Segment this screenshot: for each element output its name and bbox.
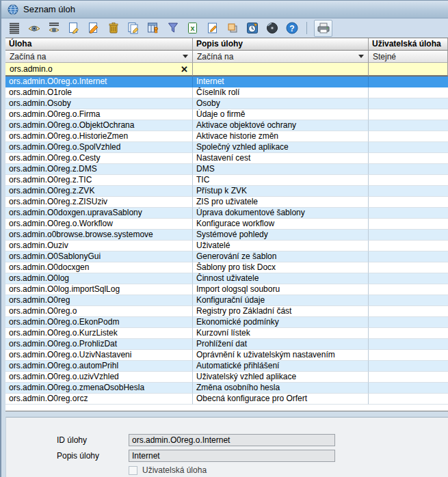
cell-uzivatelska	[369, 175, 448, 186]
cell-uloha: ors.admin.Osoby	[5, 98, 193, 109]
table-row[interactable]: ors.admin.O0reg.o.Firma Údaje o firmě	[5, 109, 448, 120]
table-row[interactable]: ors.admin.O0reg.o.automPrihl Automatické…	[5, 361, 448, 372]
search-input-popis[interactable]	[193, 63, 369, 77]
excel-export-icon[interactable]: x	[185, 21, 200, 36]
cell-uloha: ors.admin.O0reg.o.ProhlizDat	[5, 339, 193, 350]
user-task-checkbox-label: Uživatelská úloha	[142, 465, 207, 475]
grid-search-row: ors.admin.o ✕	[5, 63, 448, 77]
cell-popis: Registry pro Základní část	[193, 306, 369, 317]
table-row[interactable]: ors.admin.O1role Číselník rolí	[5, 87, 448, 98]
cell-uzivatelska	[369, 361, 448, 372]
table-row[interactable]: ors.admin.O0reg.z.TIC TIC	[5, 175, 448, 186]
popis-ulohy-field[interactable]	[129, 450, 335, 462]
table-row[interactable]: ors.admin.O0reg.o.uzivVzhled Uživatelský…	[5, 372, 448, 383]
cell-uzivatelska	[369, 153, 448, 164]
cell-uzivatelska	[369, 87, 448, 98]
toolbar-separator	[306, 22, 307, 34]
cell-uloha: ors.admin.O0doxgen.upravaSablony	[5, 208, 193, 219]
table-row[interactable]: ors.admin.O0reg.o Registry pro Základní …	[5, 306, 448, 317]
cell-uzivatelska	[369, 208, 448, 219]
filter-combo-uzivatelska-value: Stejné	[373, 52, 396, 62]
table-row[interactable]: ors.admin.O0reg Konfigurační údaje	[5, 295, 448, 306]
search-input-uloha[interactable]: ors.admin.o ✕	[5, 63, 193, 77]
cell-uzivatelska	[369, 394, 448, 405]
cell-uloha: ors.admin.O0reg.o.automPrihl	[5, 361, 193, 372]
table-row[interactable]: ors.admin.O0reg.o.Internet Internet	[5, 77, 448, 87]
grid-empty-area	[5, 405, 448, 411]
table-row[interactable]: ors.admin.O0reg.o.HistorieZmen Aktivace …	[5, 131, 448, 142]
table-row[interactable]: ors.admin.O0doxgen.upravaSablony Úprava …	[5, 208, 448, 219]
table-row[interactable]: ors.admin.O0reg.o.ProhlizDat Prohlížení …	[5, 339, 448, 350]
column-header-uloha[interactable]: Úloha	[5, 38, 193, 51]
table-row[interactable]: ors.admin.O0reg.o.EkonPodm Ekonomické po…	[5, 317, 448, 328]
table-row[interactable]: ors.admin.O0reg.z.ZVK Přístup k ZVK	[5, 186, 448, 197]
edit-record-icon[interactable]	[86, 21, 101, 36]
clear-search-icon[interactable]: ✕	[181, 65, 188, 74]
cell-uloha: ors.admin.O0reg.o.Workflow	[5, 219, 193, 230]
user-task-checkbox[interactable]	[129, 466, 137, 475]
help-icon[interactable]: ?	[285, 21, 300, 36]
cell-popis: Prohlížení dat	[193, 339, 369, 350]
table-row[interactable]: ors.admin.O0reg.o.ObjektOchrana Aktivace…	[5, 120, 448, 131]
cell-popis: DMS	[193, 164, 369, 175]
detail-id-row: ID úlohy	[57, 434, 335, 446]
filter-combo-popis[interactable]: Začíná na	[193, 51, 369, 63]
cell-uloha: ors.admin.O0reg.o.ObjektOchrana	[5, 120, 193, 131]
filter-icon[interactable]	[166, 21, 181, 36]
copy-record-icon[interactable]	[126, 21, 141, 36]
cell-uloha: ors.admin.o0browse.browse.systemove	[5, 230, 193, 241]
table-row[interactable]: ors.admin.O0log Činnost uživatele	[5, 273, 448, 284]
cell-popis: Kurzovní lístek	[193, 328, 369, 339]
table-row[interactable]: ors.admin.o0browse.browse.systemove Syst…	[5, 230, 448, 241]
cell-uzivatelska	[369, 251, 448, 262]
table-row[interactable]: ors.admin.O0reg.o.zmenaOsobHesla Změna o…	[5, 383, 448, 394]
cell-uloha: ors.admin.O0reg.o.Internet	[5, 77, 193, 87]
table-row[interactable]: ors.admin.Osoby Osoby	[5, 98, 448, 109]
filter-combo-uzivatelska[interactable]: Stejné	[369, 51, 448, 63]
table-row[interactable]: ors.admin.O0reg.z.DMS DMS	[5, 164, 448, 175]
table-row[interactable]: ors.admin.O0reg.z.ZISUziv ZIS pro uživat…	[5, 197, 448, 208]
edit-document-icon[interactable]	[205, 21, 220, 36]
list-icon[interactable]	[7, 21, 22, 36]
view-icon[interactable]	[27, 21, 42, 36]
table-settings-icon[interactable]	[146, 21, 161, 36]
view-list-icon[interactable]	[47, 21, 62, 36]
cell-uloha: ors.admin.O0reg.o	[5, 306, 193, 317]
cell-popis: Společný vzhled aplikace	[193, 142, 369, 153]
cell-uloha: ors.admin.O0reg.o.HistorieZmen	[5, 131, 193, 142]
cell-uzivatelska	[369, 339, 448, 350]
link-icon[interactable]	[225, 21, 240, 36]
column-header-popis[interactable]: Popis úlohy	[193, 38, 369, 51]
cell-uloha: ors.admin.O0reg.z.DMS	[5, 164, 193, 175]
history-icon[interactable]	[245, 21, 260, 36]
table-row[interactable]: ors.admin.O0reg.o.UzivNastaveni Oprávněn…	[5, 350, 448, 361]
filter-combo-uloha[interactable]: Začíná na	[5, 51, 193, 63]
new-record-icon[interactable]	[66, 21, 81, 36]
cell-uloha: ors.admin.Ouziv	[5, 241, 193, 251]
cell-uloha: ors.admin.O0SablonyGui	[5, 251, 193, 262]
delete-icon[interactable]	[106, 21, 121, 36]
cell-uzivatelska	[369, 197, 448, 208]
cell-uzivatelska	[369, 383, 448, 394]
table-row[interactable]: ors.admin.O0log.importSqlLog Import olog…	[5, 284, 448, 295]
cell-popis: TIC	[193, 175, 369, 186]
table-row[interactable]: ors.admin.O0reg.o.KurzListek Kurzovní lí…	[5, 328, 448, 339]
print-icon[interactable]	[314, 20, 332, 37]
cell-uzivatelska	[369, 142, 448, 153]
table-row[interactable]: ors.admin.O0reg.o.Workflow Konfigurace w…	[5, 219, 448, 230]
search-input-uzivatelska[interactable]	[369, 63, 448, 77]
cell-uzivatelska	[369, 186, 448, 197]
id-ulohy-field[interactable]	[129, 434, 335, 446]
cell-popis: Uživatelský vzhled aplikace	[193, 372, 369, 383]
table-row[interactable]: ors.admin.O0reg.orcz Obecná konfigurace …	[5, 394, 448, 405]
cell-uloha: ors.admin.O0reg.o.KurzListek	[5, 328, 193, 339]
table-row[interactable]: ors.admin.Ouziv Uživatelé	[5, 241, 448, 251]
disc-icon[interactable]	[265, 21, 280, 36]
table-row[interactable]: ors.admin.O0reg.o.Cesty Nastavení cest	[5, 153, 448, 164]
table-row[interactable]: ors.admin.O0reg.o.SpolVzhled Společný vz…	[5, 142, 448, 153]
column-header-uzivatelska[interactable]: Uživatelská úloha	[369, 38, 448, 51]
table-row[interactable]: ors.admin.O0SablonyGui Generování ze šab…	[5, 251, 448, 262]
cell-uloha: ors.admin.O0reg	[5, 295, 193, 306]
table-body: ors.admin.O0reg.o.Internet Internet ors.…	[5, 77, 448, 405]
table-row[interactable]: ors.admin.O0docxgen Šablony pro tisk Doc…	[5, 262, 448, 273]
